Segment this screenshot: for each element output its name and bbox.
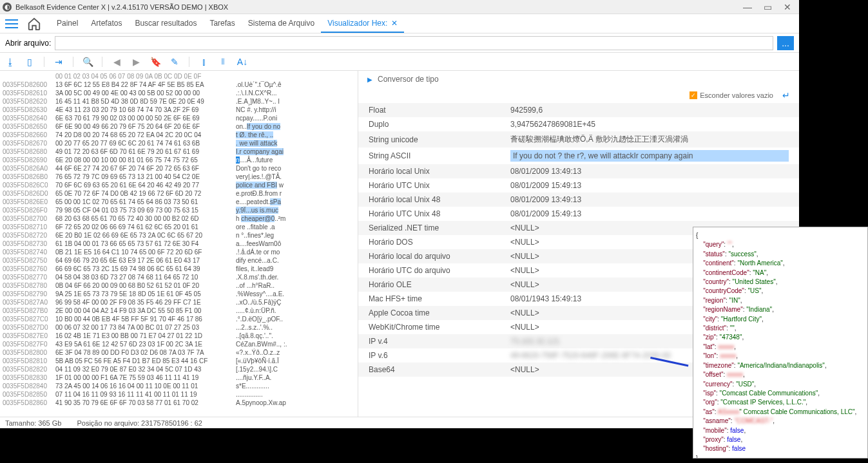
hex-row[interactable]: 0035F5D82760 66 69 6C 65 73 2C 15 69 74 … — [3, 265, 355, 273]
open-file-input[interactable] — [55, 36, 773, 50]
browse-button[interactable]: ... — [777, 36, 794, 50]
prev-icon[interactable]: ◀ — [111, 57, 122, 67]
hex-row[interactable]: 0035F5D82780 0B 04 6F 66 20 00 09 00 68 … — [3, 281, 355, 290]
hex-row[interactable]: 0035F5D82620 16 45 11 41 B8 5D 4D 38 0D … — [3, 97, 355, 106]
tab-artefatos[interactable]: Artefatos — [84, 15, 128, 33]
menubar: PainelArtefatosBuscar resultadosTarefasS… — [0, 14, 799, 33]
hex-row[interactable]: 0035F5D82820 04 11 09 32 E0 79 0E 87 E0 … — [3, 365, 355, 373]
hide-empty-checkbox[interactable]: ✓ — [690, 91, 697, 99]
hex-row[interactable]: 0035F5D82660 74 20 D8 00 20 74 68 65 20 … — [3, 131, 355, 139]
next-icon[interactable]: ▶ — [131, 57, 141, 67]
hex-row[interactable]: 0035F5D826A0 44 6F 6E 27 74 20 67 6F 20 … — [3, 164, 355, 173]
hex-row[interactable]: 0035F5D82710 6F 72 65 20 02 06 66 69 74 … — [3, 223, 355, 231]
converter-row[interactable]: Horário local Unix08/01/2009 13:49:13 — [358, 164, 799, 178]
hex-row[interactable]: 0035F5D827A0 96 99 58 4F 00 00 2F F9 08 … — [3, 298, 355, 307]
minimize-icon[interactable]: — — [743, 2, 752, 12]
converter-header[interactable]: ▶ Conversor de tipo — [358, 71, 799, 88]
tab-close-icon[interactable]: ✕ — [391, 19, 398, 28]
hex-row[interactable]: 0035F5D82830 1F 01 00 00 00 F1 6A 7E 75 … — [3, 373, 355, 382]
hex-row[interactable]: 0035F5D826D0 65 0E 70 72 6F 74 D0 0B 42 … — [3, 189, 355, 198]
bars2-icon[interactable]: ⦀ — [218, 56, 228, 67]
hex-row[interactable]: 0035F5D82640 6E 63 70 61 79 90 02 03 00 … — [3, 114, 355, 122]
hex-row[interactable]: 0035F5D82840 73 2A 45 00 14 06 16 16 04 … — [3, 382, 355, 390]
converter-row[interactable]: Float942599,6 — [358, 103, 799, 117]
export-icon[interactable]: ⇥ — [53, 57, 64, 67]
tab-visualizador-hex-[interactable]: Visualizador Hex:✕ — [321, 15, 404, 33]
edit-icon[interactable]: ✎ — [169, 57, 180, 67]
hex-row[interactable]: 0035F5D82810 5B AB 05 FC 56 FE A5 F4 D1 … — [3, 357, 355, 365]
status-pos: Posição no arquivo: 231757850196 : 62 — [77, 419, 202, 427]
tab-tarefas[interactable]: Tarefas — [203, 15, 241, 33]
hex-row[interactable]: 0035F5D82650 6F 6E 90 00 49 66 20 79 6F … — [3, 122, 355, 131]
filter-icon[interactable]: A↓ — [237, 57, 247, 67]
open-file-bar: Abrir arquivo: ... — [0, 33, 799, 53]
hex-row[interactable]: 0035F5D82740 0B 21 1E E5 16 64 C1 10 74 … — [3, 248, 355, 256]
hex-row[interactable]: 0035F5D826B0 76 65 72 79 7C 09 69 65 73 … — [3, 173, 355, 181]
converter-row[interactable]: String unicode薈磋駿搠潮榀琠敢爎Ö,Ä 敷眇氿䞬惗正㠪湩灭渦灌渦 — [358, 131, 799, 147]
home-icon[interactable] — [27, 17, 41, 31]
hex-row[interactable]: 0035F5D82730 61 1B 04 00 01 73 66 65 65 … — [3, 240, 355, 248]
hex-row[interactable]: 0035F5D82680 49 01 72 20 63 6F 6D 70 61 … — [3, 147, 355, 156]
window-controls: — ▭ ✕ — [743, 2, 796, 12]
save-icon[interactable]: ⭳ — [5, 57, 15, 67]
close-icon[interactable]: ✕ — [784, 2, 791, 12]
app-logo-icon: ◐ — [3, 3, 12, 12]
status-size: Tamanho: 365 Gb — [5, 419, 61, 427]
return-icon[interactable]: ↵ — [782, 90, 790, 100]
converter-row[interactable]: Duplo3,94756247869081E+45 — [358, 117, 799, 131]
hex-row[interactable]: 0035F5D82720 6E 20 B0 1E 02 66 69 6E 65 … — [3, 231, 355, 240]
hex-row[interactable]: 0035F5D82700 68 20 63 68 65 61 70 65 72 … — [3, 214, 355, 223]
hex-row[interactable]: 0035F5D82770 04 58 04 38 03 6D 73 27 08 … — [3, 273, 355, 281]
tab-sistema-de-arquivo[interactable]: Sistema de Arquivo — [242, 15, 321, 33]
bookmark-icon[interactable]: 🔖 — [150, 57, 160, 67]
bars1-icon[interactable]: ⫿ — [198, 57, 209, 67]
hex-row[interactable]: 0035F5D827C0 10 B0 00 44 0B EB 4F 5B FF … — [3, 315, 355, 323]
hex-row[interactable]: 0035F5D827B0 2E 00 00 04 04 A2 14 F9 03 … — [3, 307, 355, 315]
hex-row[interactable]: 0035F5D82600 13 6F 6C 12 55 E8 B4 22 8F … — [3, 80, 355, 89]
search-icon[interactable]: 🔍 — [82, 57, 93, 67]
hex-row[interactable]: 0035F5D82750 64 69 66 79 20 65 6E 63 E9 … — [3, 256, 355, 265]
hex-row[interactable]: 0035F5D82790 9A 25 1E 65 73 73 79 5E 18 … — [3, 290, 355, 298]
converter-row[interactable]: Horário UTC Unix08/01/2009 15:49:13 — [358, 178, 799, 193]
hex-row[interactable]: 0035F5D82670 00 20 77 65 20 77 69 6C 6C … — [3, 139, 355, 147]
converter-row[interactable]: Horário UTC Unix 4808/01/2009 15:49:13 — [358, 207, 799, 221]
tab-painel[interactable]: Painel — [50, 15, 84, 33]
hex-row[interactable]: 0035F5D826C0 70 6F 6C 69 63 65 20 61 6E … — [3, 181, 355, 189]
hex-row[interactable]: 0035F5D826F0 79 98 05 CF 04 01 03 75 73 … — [3, 206, 355, 214]
collapse-icon[interactable]: ▶ — [367, 76, 372, 83]
converter-row[interactable]: Horário local Unix 4808/01/2009 13:49:13 — [358, 193, 799, 207]
tab-buscar-resultados[interactable]: Buscar resultados — [128, 15, 203, 33]
hex-row[interactable]: 0035F5D827F0 43 E9 5A 61 6E 12 42 57 6D … — [3, 340, 355, 348]
hex-row[interactable]: 0035F5D82850 07 11 04 16 11 09 93 16 11 … — [3, 390, 355, 399]
statusbar: Tamanho: 365 Gb Posição no arquivo: 2317… — [0, 417, 799, 428]
hex-row[interactable]: 0035F5D827D0 00 06 07 32 00 17 73 84 7A … — [3, 323, 355, 332]
hex-row[interactable]: 0035F5D82610 3A 00 5C 00 49 00 4E 00 43 … — [3, 89, 355, 97]
hamburger-icon[interactable] — [5, 19, 18, 28]
maximize-icon[interactable]: ▭ — [764, 2, 772, 12]
open-file-label: Abrir arquivo: — [5, 39, 51, 48]
json-overlay: { "query": "", "status": "success", "con… — [693, 227, 868, 458]
hex-header: 00 01 02 03 04 05 06 07 08 09 0A 0B 0C 0… — [3, 72, 355, 80]
hex-row[interactable]: 0035F5D82860 41 90 35 70 79 6E 6F 6F 70 … — [3, 399, 355, 407]
hex-row[interactable]: 0035F5D82630 4E 43 11 23 03 20 79 10 68 … — [3, 106, 355, 114]
titlebar: ◐ Belkasoft Evidence Center X | v.2.4.15… — [0, 0, 799, 14]
hex-pane[interactable]: 00 01 02 03 04 05 06 07 08 09 0A 0B 0C 0… — [0, 71, 358, 417]
page-icon[interactable]: ▯ — [24, 57, 35, 67]
title-text: Belkasoft Evidence Center X | v.2.4.1517… — [15, 3, 228, 11]
hex-toolbar: ⭳ ▯ ⇥ 🔍 ◀ ▶ 🔖 ✎ ⫿ ⦀ A↓ — [0, 53, 799, 71]
converter-row[interactable]: String ASCIIIf you do not ? the r?, we w… — [358, 147, 799, 164]
hex-row[interactable]: 0035F5D82800 6E 3F 04 78 89 00 DD F0 D3 … — [3, 348, 355, 357]
hex-row[interactable]: 0035F5D82690 6E 20 08 00 00 10 00 00 81 … — [3, 156, 355, 164]
hex-row[interactable]: 0035F5D826E0 65 00 00 1C 02 70 65 61 74 … — [3, 198, 355, 206]
hex-row[interactable]: 0035F5D827E0 16 02 4B 1E 71 E3 00 BB 00 … — [3, 332, 355, 340]
